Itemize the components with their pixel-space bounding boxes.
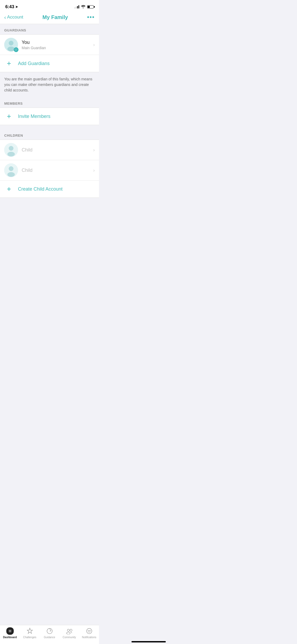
wifi-icon: [81, 5, 86, 9]
guardian-badge: 🛡: [14, 47, 18, 52]
members-section-header: MEMBERS: [0, 97, 99, 108]
child-2-row[interactable]: Child ›: [0, 160, 99, 181]
status-bar: 6:43 ➤: [0, 0, 99, 12]
status-icons: [74, 5, 94, 9]
children-section-header: CHILDREN: [0, 129, 99, 140]
child-avatar-2-icon: [4, 163, 18, 177]
back-button[interactable]: ‹ Account: [4, 14, 23, 20]
add-guardians-icon: +: [4, 59, 14, 68]
guardian-info: You Main Guardian: [22, 40, 93, 50]
children-card: Child › Child › + Create Child Account: [0, 140, 99, 198]
info-text: You are the main guardian of this family…: [0, 72, 99, 97]
guardian-you-row[interactable]: 🛡 You Main Guardian ›: [0, 35, 99, 55]
child-2-chevron-icon: ›: [93, 168, 95, 173]
guardians-card: 🛡 You Main Guardian › + Add Guardians: [0, 34, 99, 72]
child-2-name: Child: [22, 168, 93, 173]
svg-point-1: [9, 41, 13, 45]
content: GUARDIANS 🛡 You Main Guardian ›: [0, 24, 99, 229]
add-guardians-label: Add Guardians: [18, 61, 50, 66]
guardian-name: You: [22, 40, 93, 45]
guardians-section-header: GUARDIANS: [0, 24, 99, 34]
members-card: + Invite Members: [0, 108, 99, 125]
child-1-name: Child: [22, 147, 93, 153]
add-guardians-button[interactable]: + Add Guardians: [0, 55, 99, 72]
battery: [87, 5, 94, 8]
child-1-info: Child: [22, 147, 93, 153]
child-1-row[interactable]: Child ›: [0, 140, 99, 160]
child-avatar-1-icon: [4, 143, 18, 157]
svg-point-5: [7, 152, 15, 157]
svg-point-7: [9, 166, 13, 171]
back-chevron-icon: ‹: [4, 14, 6, 20]
invite-members-icon: +: [4, 112, 14, 121]
guardian-avatar: 🛡: [4, 38, 18, 52]
more-button[interactable]: •••: [87, 14, 95, 21]
shield-icon: 🛡: [15, 48, 17, 51]
child-1-chevron-icon: ›: [93, 147, 95, 153]
child-2-avatar: [4, 163, 18, 177]
child-2-info: Child: [22, 168, 93, 173]
child-1-avatar: [4, 143, 18, 157]
guardian-sub: Main Guardian: [22, 46, 93, 50]
signal-bars: [74, 5, 79, 8]
bottom-spacer: [0, 198, 99, 229]
create-child-label: Create Child Account: [18, 186, 63, 192]
page-title: My Family: [43, 14, 68, 20]
create-child-icon: +: [4, 184, 14, 194]
create-child-button[interactable]: + Create Child Account: [0, 181, 99, 197]
svg-point-8: [7, 172, 15, 177]
back-label: Account: [7, 15, 23, 20]
location-icon: ➤: [15, 5, 18, 9]
svg-point-4: [9, 146, 13, 151]
nav-bar: ‹ Account My Family •••: [0, 12, 99, 24]
invite-members-button[interactable]: + Invite Members: [0, 108, 99, 125]
guardian-chevron-icon: ›: [93, 42, 95, 48]
invite-members-label: Invite Members: [18, 114, 50, 119]
status-time: 6:43 ➤: [5, 4, 18, 10]
